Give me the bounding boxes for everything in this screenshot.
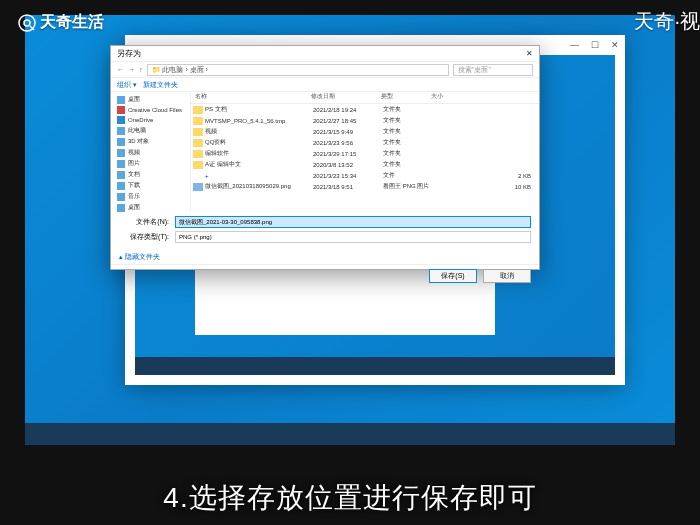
dialog-nav: ← → ↑ 📁 此电脑 › 桌面 › 搜索"桌面" [111,62,539,78]
nav-forward-icon[interactable]: → [128,66,135,73]
sidebar-item-label: 桌面 [128,203,140,212]
file-date: 2021/3/18 9:51 [313,184,383,190]
minimize-icon[interactable]: — [570,40,579,50]
monitor-screen: — ☐ ✕ 另存为 ✕ ← → ↑ 📁 此电脑 › 桌面 › 搜索"桌面" [25,15,675,445]
sidebar-item[interactable]: 视频 [115,147,186,158]
windows-taskbar[interactable] [25,423,675,445]
save-button[interactable]: 保存(S) [429,269,477,283]
file-name: 微信截图_20210318095029.png [205,182,313,191]
folder-icon [193,150,203,158]
dialog-close-icon[interactable]: ✕ [526,49,533,58]
file-list-header: 名称 修改日期 类型 大小 [191,92,539,104]
file-date: 2021/2/27 18:45 [313,118,383,124]
sidebar-item[interactable]: 文档 [115,169,186,180]
file-row[interactable]: PS 文档2021/2/18 19:24文件夹 [191,104,539,115]
folder-icon [117,160,125,168]
folder-icon [117,138,125,146]
sidebar-item[interactable]: 下载 [115,180,186,191]
dialog-body: 桌面Creative Cloud FilesOneDrive此电脑3D 对象视频… [111,92,539,212]
folder-icon [117,96,125,104]
sidebar-item[interactable]: 桌面 [115,202,186,212]
file-name: + [205,173,313,179]
sidebar-item-label: 桌面 [128,95,140,104]
file-date: 2021/3/23 9:56 [313,140,383,146]
sidebar-item-label: 视频 [128,148,140,157]
dialog-buttons: 保存(S) 取消 [111,264,539,287]
sidebar-item-label: 下载 [128,181,140,190]
file-row[interactable]: 视频2021/3/15 9:49文件夹 [191,126,539,137]
sidebar-item[interactable]: Creative Cloud Files [115,105,186,115]
header-name[interactable]: 名称 [191,92,311,103]
filetype-select[interactable]: PNG (*.png) [175,231,531,243]
sidebar-item-label: 图片 [128,159,140,168]
filename-input[interactable]: 微信截图_2021-03-30_095838.png [175,216,531,228]
file-row[interactable]: +2021/3/23 15:34文件2 KB [191,170,539,181]
file-size: 2 KB [433,173,539,179]
svg-point-1 [24,20,30,26]
snip-inner-taskbar [135,357,615,375]
brand-text-topright: 天奇·视 [634,8,700,35]
header-size[interactable]: 大小 [431,92,539,103]
brand-icon [18,14,36,32]
file-type: 看图王 PNG 图片 [383,182,433,191]
sidebar-item-label: 文档 [128,170,140,179]
file-date: 2021/3/15 9:49 [313,129,383,135]
organize-menu[interactable]: 组织 ▾ [117,80,137,90]
brand-logo-topleft: 天奇生活 [18,12,104,33]
folder-icon [117,171,125,179]
file-type: 文件夹 [383,160,433,169]
sidebar: 桌面Creative Cloud FilesOneDrive此电脑3D 对象视频… [111,92,191,212]
file-date: 2021/3/29 17:15 [313,151,383,157]
file-name: 视频 [205,127,313,136]
sidebar-item-label: 此电脑 [128,126,146,135]
file-type: 文件夹 [383,149,433,158]
maximize-icon[interactable]: ☐ [591,40,599,50]
folder-icon [117,204,125,212]
file-date: 2020/3/8 13:52 [313,162,383,168]
close-icon[interactable]: ✕ [611,40,619,50]
folder-icon [193,106,203,114]
file-date: 2021/3/23 15:34 [313,173,383,179]
file-name: A证 编辑中文 [205,160,313,169]
folder-icon [193,128,203,136]
nav-back-icon[interactable]: ← [117,66,124,73]
dialog-title-text: 另存为 [117,48,141,59]
cancel-button[interactable]: 取消 [483,269,531,283]
folder-icon [117,182,125,190]
folder-icon [193,139,203,147]
folder-icon [117,106,125,114]
folder-icon [193,117,203,125]
file-row[interactable]: 编辑软件2021/3/29 17:15文件夹 [191,148,539,159]
breadcrumb[interactable]: 📁 此电脑 › 桌面 › [147,64,450,76]
hide-folders-toggle[interactable]: ▴ 隐藏文件夹 [111,250,539,264]
filetype-label: 保存类型(T): [119,232,169,242]
file-type: 文件夹 [383,127,433,136]
file-row[interactable]: A证 编辑中文2020/3/8 13:52文件夹 [191,159,539,170]
folder-icon [117,116,125,124]
nav-up-icon[interactable]: ↑ [139,66,143,73]
search-input[interactable]: 搜索"桌面" [453,64,533,76]
file-row[interactable]: QQ资料2021/3/23 9:56文件夹 [191,137,539,148]
sidebar-item-label: 音乐 [128,192,140,201]
sidebar-item[interactable]: 音乐 [115,191,186,202]
dialog-titlebar: 另存为 ✕ [111,46,539,62]
file-name: PS 文档 [205,105,313,114]
file-icon [193,172,203,180]
file-type: 文件夹 [383,138,433,147]
sidebar-item[interactable]: 3D 对象 [115,136,186,147]
file-list: 名称 修改日期 类型 大小 PS 文档2021/2/18 19:24文件夹MVT… [191,92,539,212]
new-folder-button[interactable]: 新建文件夹 [143,80,178,90]
file-row[interactable]: 微信截图_20210318095029.png2021/3/18 9:51看图王… [191,181,539,192]
file-type: 文件夹 [383,116,433,125]
file-row[interactable]: MVTSMP_PRO_5.4.1_56.tmp2021/2/27 18:45文件… [191,115,539,126]
sidebar-item[interactable]: 图片 [115,158,186,169]
save-as-dialog: 另存为 ✕ ← → ↑ 📁 此电脑 › 桌面 › 搜索"桌面" 组织 ▾ 新建文… [110,45,540,270]
sidebar-item[interactable]: OneDrive [115,115,186,125]
subtitle-caption: 4.选择存放位置进行保存即可 [0,479,700,517]
folder-icon [117,149,125,157]
sidebar-item[interactable]: 桌面 [115,94,186,105]
sidebar-item[interactable]: 此电脑 [115,125,186,136]
dialog-footer: 文件名(N): 微信截图_2021-03-30_095838.png 保存类型(… [111,212,539,250]
header-date[interactable]: 修改日期 [311,92,381,103]
header-type[interactable]: 类型 [381,92,431,103]
